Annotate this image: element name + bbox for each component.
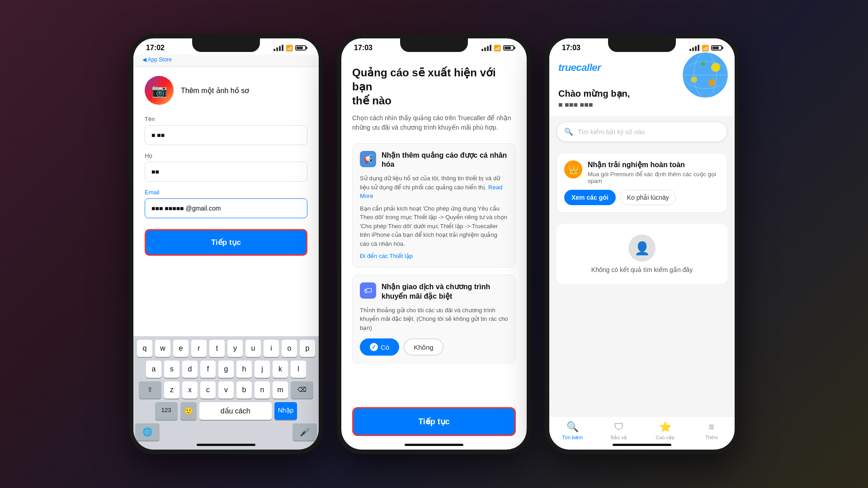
key-h[interactable]: h <box>236 361 252 378</box>
key-n[interactable]: n <box>255 381 270 399</box>
ko-phai-button[interactable]: Ko phải lúcnày <box>620 190 676 205</box>
key-r[interactable]: r <box>191 340 207 357</box>
ads-card-2-title: Nhận giao dịch và chương trình khuyến mã… <box>382 282 508 301</box>
nav-item-premium[interactable]: ⭐ Cao cấp <box>642 421 689 441</box>
key-enter[interactable]: Nhập <box>274 402 297 420</box>
first-name-group: Tên ■ ■■ <box>145 116 307 145</box>
key-shift[interactable]: ⇧ <box>139 381 161 399</box>
ads-card-2-text: Thỉnh thoảng gửi cho tôi các ưu đãi và c… <box>360 306 508 333</box>
phone-2: 17:03 📶 Quảng cáo sẽ <box>337 34 531 454</box>
key-t[interactable]: t <box>209 340 225 357</box>
nav-item-search[interactable]: 🔍 Tìm kiếm <box>549 421 596 441</box>
battery-icon-1 <box>295 45 306 51</box>
status-icons-2: 📶 <box>481 45 514 52</box>
key-u[interactable]: u <box>245 340 261 357</box>
key-s[interactable]: s <box>164 361 179 378</box>
key-emoji[interactable]: 🙂 <box>180 402 197 420</box>
continue-button-2[interactable]: Tiếp tục <box>352 407 516 436</box>
first-name-input[interactable]: ■ ■■ <box>145 125 307 145</box>
first-name-value: ■ ■■ <box>151 131 165 139</box>
key-space[interactable]: dấu cách <box>199 402 272 420</box>
key-w[interactable]: w <box>155 340 170 357</box>
key-mic[interactable]: 🎤 <box>292 423 317 441</box>
wifi-icon-1: 📶 <box>286 45 293 52</box>
protect-nav-icon: 🛡 <box>614 421 624 433</box>
phone3-header: truecaller <box>549 55 735 81</box>
more-nav-icon: ≡ <box>708 421 714 433</box>
key-e[interactable]: e <box>173 340 189 357</box>
key-b[interactable]: b <box>236 381 252 399</box>
ads-card-2: 🏷 Nhận giao dịch và chương trình khuyến … <box>352 275 516 363</box>
ads-card-1-text: Sử dụng dữ liệu hồ sơ của tôi, thông tin… <box>360 174 508 201</box>
ads-card-1-icon: 📢 <box>360 151 376 167</box>
appstore-back-label[interactable]: ◀ App Store <box>142 56 172 63</box>
key-c[interactable]: c <box>200 381 216 399</box>
phone2-screen: 17:03 📶 Quảng cáo sẽ <box>341 38 527 450</box>
settings-link[interactable]: Đi đến các Thiết lập <box>360 253 413 259</box>
key-q[interactable]: q <box>137 340 152 357</box>
signal-bar-3 <box>279 46 281 51</box>
key-f[interactable]: f <box>200 361 216 378</box>
xem-goi-button[interactable]: Xem các gói <box>564 190 616 205</box>
phone1-content: 📷 Thêm một ảnh hồ sơ Tên ■ ■■ Họ ■■ <box>133 67 319 336</box>
home-indicator-1 <box>197 444 255 446</box>
key-d[interactable]: d <box>182 361 198 378</box>
recent-section: 👤 Không có kết quả tìm kiếm gần đây <box>557 224 727 284</box>
recent-avatar: 👤 <box>628 235 656 262</box>
ads-card-1-title-wrap: Nhận thêm quảng cáo được cá nhân hóa <box>382 151 508 170</box>
key-i[interactable]: i <box>264 340 279 357</box>
continue-button-1[interactable]: Tiếp tục <box>145 229 307 256</box>
profile-photo-circle[interactable]: 📷 <box>145 76 174 105</box>
phone-3: 17:03 📶 truecaller <box>545 34 739 454</box>
nav-item-protect[interactable]: 🛡 Bảo vệ <box>596 421 642 441</box>
key-l[interactable]: l <box>291 361 306 378</box>
profile-photo-section: 📷 Thêm một ảnh hồ sơ <box>145 76 307 105</box>
keyboard-row-2: a s d f g h j k l <box>135 361 317 378</box>
key-v[interactable]: v <box>218 381 234 399</box>
key-m[interactable]: m <box>273 381 288 399</box>
key-o[interactable]: o <box>282 340 297 357</box>
more-nav-label: Thêm <box>705 435 718 440</box>
last-name-input[interactable]: ■■ <box>145 162 307 182</box>
key-x[interactable]: x <box>182 381 198 399</box>
key-globe[interactable]: 🌐 <box>135 423 160 441</box>
toggle-no-button[interactable]: Không <box>404 338 443 356</box>
status-time-3: 17:03 <box>562 44 580 52</box>
signal-bar-1 <box>274 49 275 51</box>
toggle-yes-button[interactable]: ✓ Có <box>360 338 399 356</box>
phone-1: 17:02 📶 ◀ App Store <box>129 34 323 454</box>
svg-point-5 <box>691 76 697 83</box>
premium-card: 👑 Nhận trải nghiệm hoàn toàn Mua gói Pre… <box>557 153 727 213</box>
key-y[interactable]: y <box>227 340 243 357</box>
key-a[interactable]: a <box>146 361 161 378</box>
premium-desc: Mua gói Premium để xác định thêm các cuộ… <box>588 171 720 184</box>
svg-point-4 <box>711 63 720 72</box>
key-123[interactable]: 123 <box>155 402 178 420</box>
premium-actions: Xem các gói Ko phải lúcnày <box>564 190 720 205</box>
keyboard-row-4: 123 🙂 dấu cách Nhập <box>135 402 317 420</box>
keyboard-spacer <box>162 423 290 441</box>
email-input[interactable]: ■■■ ■■■■■ @gmail.com <box>145 198 307 218</box>
signal-bars-2 <box>481 45 491 51</box>
battery-fill-1 <box>297 47 303 49</box>
battery-icon-2 <box>503 45 514 51</box>
ads-card-1-title: Nhận thêm quảng cáo được cá nhân hóa <box>382 151 508 170</box>
key-backspace[interactable]: ⌫ <box>291 381 313 399</box>
email-group: Email ■■■ ■■■■■ @gmail.com <box>145 189 307 218</box>
toggle-row: ✓ Có Không <box>360 338 508 356</box>
key-g[interactable]: g <box>218 361 234 378</box>
premium-nav-label: Cao cấp <box>656 435 675 441</box>
keyboard-bottom-row: 🌐 🎤 <box>135 423 317 441</box>
status-time-1: 17:02 <box>146 44 165 52</box>
camera-icon: 📷 <box>151 83 167 98</box>
key-j[interactable]: j <box>255 361 270 378</box>
key-k[interactable]: k <box>273 361 288 378</box>
nav-item-more[interactable]: ≡ Thêm <box>689 421 735 441</box>
search-bar[interactable]: 🔍 Tìm kiếm bất kỳ số nào <box>557 122 727 142</box>
key-z[interactable]: z <box>164 381 179 399</box>
email-label: Email <box>145 189 307 196</box>
key-p[interactable]: p <box>300 340 315 357</box>
phone2-content: Quảng cáo sẽ xuất hiện với bạn thế nào C… <box>341 55 527 400</box>
profile-photo-label: Thêm một ảnh hồ sơ <box>181 86 249 95</box>
ads-card-1: 📢 Nhận thêm quảng cáo được cá nhân hóa S… <box>352 143 516 268</box>
